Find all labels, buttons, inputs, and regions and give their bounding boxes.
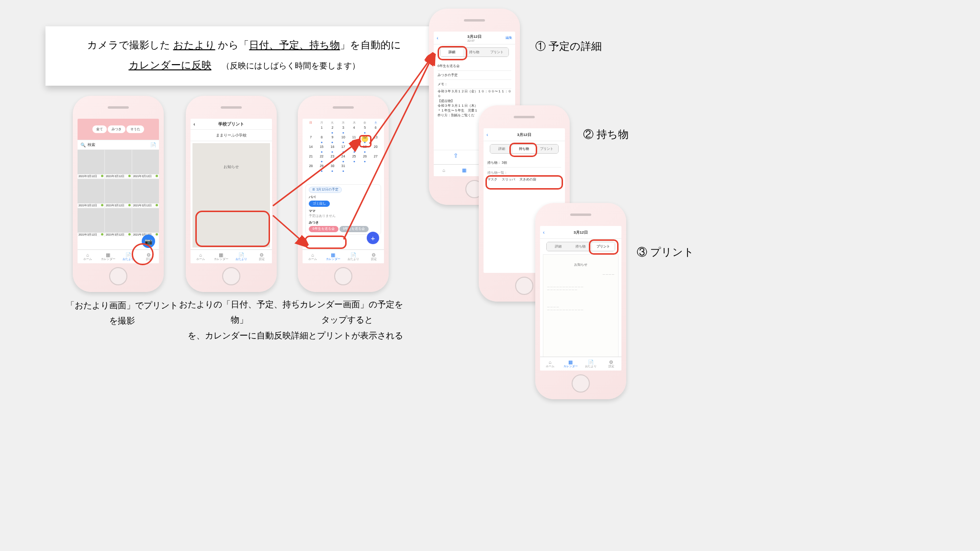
photo-grid: 2021年3月12日 2021年3月12日 2021年3月12日 2021年3月…: [78, 150, 159, 237]
highlight-camera: [132, 243, 154, 265]
photo-cell[interactable]: 2021年3月12日: [78, 179, 104, 208]
seg-print[interactable]: プリント: [486, 48, 508, 56]
tab-otayori[interactable]: 📄おたより: [231, 250, 252, 263]
highlight-event-pill: [304, 236, 347, 249]
photo-cell[interactable]: 2021年3月12日: [105, 150, 132, 179]
phone-print-view: ‹ 学校プリント ままりーふ小学校 お知らせ ⌂ホーム ▦カレンダー 📄おたより…: [186, 96, 277, 292]
event-owner: みつきの予定: [438, 71, 511, 80]
tab-all[interactable]: 全て: [92, 125, 107, 133]
tabbar[interactable]: ⌂ホーム ▦カレンダー 📄おたより ⚙設定: [191, 249, 272, 263]
highlight-seg-items: [509, 143, 537, 157]
child-tabs[interactable]: 全て みつき そうた: [78, 119, 159, 140]
header: ‹ 3月12日: [484, 128, 565, 141]
tab-calendar[interactable]: ▦カレンダー: [561, 357, 581, 371]
photo-cell[interactable]: 2021年3月12日: [105, 179, 132, 208]
photo-cell[interactable]: 2021年3月12日: [132, 150, 159, 179]
photo-cell[interactable]: 2021年3月12日: [78, 150, 104, 179]
memo-label: メモ：: [438, 80, 511, 89]
item-count: 持ち物： 3個: [487, 158, 561, 168]
tab-home[interactable]: ⌂ホーム: [540, 357, 561, 371]
back-icon[interactable]: ‹: [193, 121, 195, 127]
schedule-card: 🗓 3月12日の予定 パパ ゴミ出し ママ 予定はありません みつき 6年生を送…: [305, 184, 381, 235]
tab-calendar[interactable]: ▦カレンダー: [323, 250, 344, 263]
no-event: 予定はありません: [309, 214, 378, 218]
title-line2: カレンダーに反映 （反映にはしばらく時間を要します）: [129, 59, 360, 70]
tab-otayori[interactable]: 📄おたより: [581, 357, 601, 371]
highlight-date-12: [359, 135, 372, 147]
tab-home[interactable]: ⌂ホーム: [303, 250, 323, 263]
photo-cell[interactable]: 2021年3月12日: [105, 208, 132, 237]
memo-line: 令和３年３月１２日（金）１０：００〜１１：００: [438, 89, 511, 99]
tab-souta[interactable]: そうた: [126, 125, 144, 133]
photo-cell[interactable]: 2021年3月12日: [132, 208, 159, 237]
mama-label: ママ: [309, 209, 378, 214]
tab-home[interactable]: ⌂ホーム: [191, 250, 211, 263]
title-line1: カメラで撮影した おたより から「日付、予定、持ち物」を自動的に: [87, 39, 402, 50]
title-box: カメラで撮影した おたより から「日付、予定、持ち物」を自動的に カレンダーに反…: [45, 26, 443, 86]
add-button[interactable]: +: [367, 232, 379, 244]
papa-label: パパ: [309, 195, 378, 200]
school-name: ままりーふ小学校: [191, 130, 272, 141]
caption-1: 「おたより画面」でプリントを撮影: [62, 298, 182, 329]
side-label-2: ② 持ち物: [583, 127, 629, 142]
seg-print[interactable]: プリント: [536, 145, 558, 153]
highlight-doc-text: [195, 211, 270, 247]
phone-print: ‹ 3月12日 詳細 持ち物 プリント お知らせ — — — — — — — —…: [535, 203, 626, 399]
highlight-seg-print: [589, 239, 619, 255]
print-document[interactable]: お知らせ — — — — — — — — — — — — — — — — — —…: [543, 254, 619, 371]
tab-calendar[interactable]: ▦カレンダー: [98, 250, 119, 263]
tab-mitsuki[interactable]: みつき: [108, 125, 125, 133]
tab-settings[interactable]: ⚙設定: [364, 250, 384, 263]
share-icon[interactable]: ⇪: [453, 152, 458, 159]
search-icon: 🔍: [80, 143, 86, 147]
side-label-1: ① 予定の詳細: [535, 39, 602, 54]
doc-title: お知らせ: [192, 164, 270, 169]
calendar-grid[interactable]: 日月火水木金土 12345678910111213141516171819202…: [303, 119, 384, 182]
highlight-seg-detail: [438, 46, 467, 60]
item-list-label: 持ち物一覧：: [487, 170, 561, 175]
schedule-date-badge: 🗓 3月12日の予定: [309, 187, 342, 193]
side-label-3: ③ プリント: [637, 245, 694, 259]
document-icon[interactable]: 📄: [150, 142, 156, 147]
highlight-item-list: [485, 175, 563, 190]
back-icon[interactable]: ‹: [543, 229, 545, 235]
back-icon[interactable]: ‹: [437, 35, 439, 41]
tab-home[interactable]: ⌂ホーム: [78, 250, 98, 263]
tabbar[interactable]: ⌂ホーム ▦カレンダー 📄おたより ⚙設定: [540, 357, 621, 371]
header: ‹ 学校プリント: [191, 119, 272, 130]
edit-button[interactable]: 編集: [506, 35, 512, 40]
search-placeholder: 検索: [88, 142, 95, 147]
seg-detail[interactable]: 詳細: [547, 242, 569, 251]
tab-settings[interactable]: ⚙設定: [252, 250, 272, 263]
search-row[interactable]: 🔍 検索 📄: [78, 140, 159, 150]
event-pill-main[interactable]: 6年生を送る会: [309, 226, 338, 232]
event-pill[interactable]: 6年生を送る会: [339, 226, 369, 232]
tabbar[interactable]: ⌂ホーム ▦カレンダー 📄おたより ⚙設定: [303, 249, 384, 263]
phone-calendar: 日月火水木金土 12345678910111213141516171819202…: [298, 96, 389, 292]
header: ‹ 3月12日22:07 編集: [434, 32, 515, 45]
event-title: 6年生を送る会: [438, 62, 511, 71]
memo-line: 【提出物】: [438, 99, 511, 103]
tab-calendar[interactable]: ▦カレンダー: [211, 250, 232, 263]
header: ‹ 3月12日: [540, 226, 621, 239]
event-pill[interactable]: ゴミ出し: [309, 201, 330, 207]
kid-label: みつき: [309, 220, 378, 225]
tab-settings[interactable]: ⚙設定: [601, 357, 622, 371]
caption-2: おたよりの「日付、予定、持ち物」を、カレンダーに自動反映: [177, 297, 302, 343]
tab-otayori[interactable]: 📄おたより: [343, 250, 364, 263]
photo-cell[interactable]: 2021年3月12日: [132, 179, 159, 208]
caption-3: 「カレンダー画面」の予定をタップすると詳細とプリントが表示される: [287, 297, 407, 343]
screen-title: 学校プリント: [218, 121, 244, 127]
phone-otayori: 全て みつき そうた 🔍 検索 📄 2021年3月12日 2021年3月12日 …: [73, 96, 164, 292]
doc-title: お知らせ: [547, 262, 614, 267]
photo-cell[interactable]: 2021年3月12日: [78, 208, 104, 237]
back-icon[interactable]: ‹: [486, 132, 488, 137]
